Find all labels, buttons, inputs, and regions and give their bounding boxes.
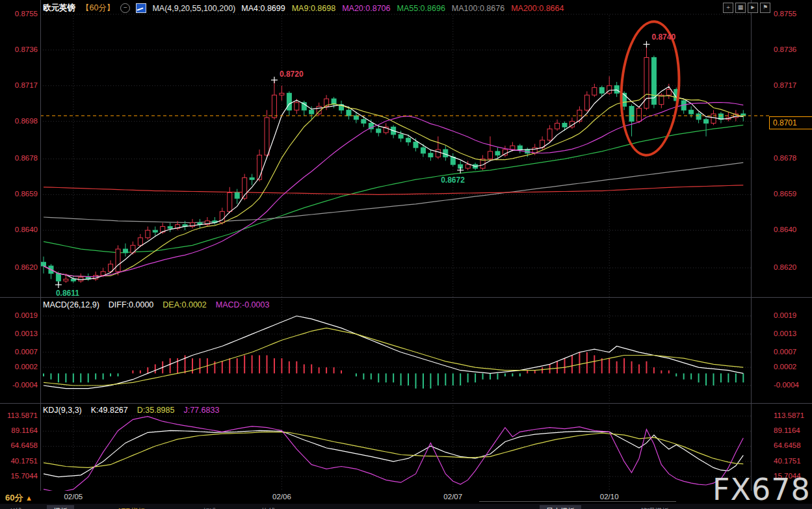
- candle-body: [428, 153, 433, 157]
- y-axis-label-right: 0.8640: [774, 226, 796, 233]
- candle-body: [704, 120, 709, 124]
- candle-body: [711, 114, 716, 123]
- series-line: [44, 185, 743, 194]
- kdj-axis-label-right: 64.6458: [774, 441, 801, 449]
- kdj-axis-label-right: 40.1751: [774, 457, 801, 465]
- y-axis-label-right: 0.8736: [774, 46, 796, 53]
- grid-chart-icon[interactable]: ▦: [735, 3, 746, 13]
- left-axis-border: [40, 0, 41, 504]
- chart-logo-icon[interactable]: [136, 3, 146, 13]
- y-axis-label-right: 0.8659: [774, 190, 796, 198]
- candle-body: [584, 95, 589, 110]
- bottom-tab-日内模板[interactable]: 日内模板: [540, 505, 581, 509]
- candle-body: [361, 120, 366, 124]
- macd-axis-label-right: 0.0007: [774, 348, 796, 356]
- play-chart-icon[interactable]: ►: [748, 3, 758, 13]
- candle-body: [228, 192, 232, 211]
- candle-body: [347, 110, 351, 116]
- candle-body: [488, 151, 493, 159]
- bottom-tab-模板[interactable]: 模板: [47, 505, 74, 509]
- symbol-label: 欧元英镑: [43, 3, 75, 14]
- candle-body: [399, 135, 403, 138]
- kdj-k-value: K:49.8267: [91, 406, 128, 415]
- y-axis-label-right: 0.8755: [774, 10, 796, 18]
- bottom-tab-均线[interactable]: 均线: [255, 505, 282, 509]
- y-axis-label-right: 0.8717: [774, 81, 796, 89]
- ma-params-label: MA(4,9,20,55,100,200): [152, 4, 235, 13]
- timeframe-corner[interactable]: 60分 ▲: [5, 492, 33, 504]
- candle-body: [138, 238, 142, 246]
- macd-axis-label-left: 0.0013: [1, 330, 38, 337]
- candle-body: [250, 177, 254, 179]
- bottom-tab-ATR指标[interactable]: ATR指标: [111, 505, 151, 509]
- series-line: [44, 163, 743, 223]
- kdj-axis-label-left: 113.5871: [1, 411, 38, 419]
- candle-body: [555, 124, 560, 129]
- up-arrow-icon: ▲: [25, 494, 33, 502]
- candle-body: [146, 230, 150, 238]
- candle-body: [689, 110, 694, 114]
- y-axis-label-left: 0.8736: [1, 46, 38, 53]
- candle-body: [599, 88, 604, 94]
- flag-icon[interactable]: ⚑: [760, 3, 770, 13]
- bottom-tab-K线[interactable]: K线: [4, 505, 29, 509]
- candle-body: [421, 148, 425, 153]
- y-axis-label-left: 0.8640: [1, 226, 38, 233]
- current-price-badge: 0.8701: [769, 116, 812, 129]
- ma-value-label: MA9:0.8698: [292, 4, 335, 13]
- candle-body: [465, 164, 470, 168]
- x-axis-row: [0, 491, 812, 504]
- macd-axis-label-right: 0.0002: [774, 363, 796, 371]
- candle-body: [592, 88, 597, 96]
- crosshair-icon[interactable]: ＋: [723, 3, 733, 13]
- candle-body: [153, 230, 157, 232]
- candle-body: [265, 118, 269, 155]
- candle-body: [562, 124, 567, 127]
- x-axis-date-label: 02/10: [600, 493, 619, 501]
- kdj-axis-label-left: 64.6458: [1, 441, 38, 449]
- y-axis-label-left: 0.8717: [1, 81, 38, 89]
- candle-body: [42, 262, 46, 266]
- timeframe-corner-label: 60分: [5, 493, 23, 502]
- price-annotation: 0.8672: [441, 176, 465, 185]
- fx678-watermark: FX678: [713, 472, 811, 507]
- macd-macd-value: MACD:-0.0003: [216, 300, 270, 309]
- price-chart-canvas: [0, 0, 812, 509]
- macd-diff-value: DIFF:0.0000: [109, 300, 153, 309]
- h-scrollbar[interactable]: [479, 501, 676, 502]
- candle-body: [436, 150, 440, 157]
- series-line: [44, 417, 743, 493]
- ma-value-label: MA100:0.8676: [452, 4, 504, 13]
- y-axis-label-left: 0.8678: [1, 154, 38, 162]
- macd-axis-label-right: 0.0013: [774, 330, 796, 337]
- macd-axis-label-left: 0.0019: [1, 311, 38, 319]
- x-axis-date-label: 02/06: [272, 493, 291, 501]
- macd-dea-value: DEA:0.0002: [163, 300, 206, 309]
- macd-header: MACD(26,12,9) DIFF:0.0000 DEA:0.0002 MAC…: [43, 300, 269, 309]
- y-axis-label-right: 0.8620: [774, 263, 796, 271]
- chart-header: 欧元英镑 【60分】 − MA(4,9,20,55,100,200) MA4:0…: [43, 3, 570, 14]
- candle-body: [451, 157, 455, 165]
- candle-body: [614, 86, 619, 94]
- collapse-icon[interactable]: −: [120, 3, 130, 13]
- macd-kdj-divider: [0, 403, 812, 404]
- ma-value-label: MA55:0.8696: [397, 4, 445, 13]
- bottom-tab-标准[interactable]: 标准: [196, 505, 224, 509]
- kdj-title: KDJ(9,3,3): [43, 406, 82, 415]
- ma-value-label: MA4:0.8699: [241, 4, 285, 13]
- bottom-tab-bar: K线模板ATR指标标准均线日内模板管理模板: [0, 504, 812, 509]
- candle-body: [220, 211, 224, 222]
- candle-body: [376, 129, 381, 133]
- chart-toolbar: ＋▦►⚑: [723, 3, 770, 13]
- bottom-tab-管理模板[interactable]: 管理模板: [634, 505, 675, 509]
- kdj-axis-label-left: 40.1751: [1, 457, 38, 465]
- kdj-axis-label-left: 15.7044: [1, 472, 38, 480]
- kdj-header: KDJ(9,3,3) K:49.8267 D:35.8985 J:77.6833: [43, 406, 219, 415]
- macd-title: MACD(26,12,9): [43, 300, 99, 309]
- x-axis-date-label: 02/07: [443, 493, 462, 501]
- kdj-axis-label-right: 113.5871: [774, 411, 804, 419]
- candle-body: [287, 93, 291, 110]
- series-line: [44, 432, 743, 467]
- macd-axis-label-left: 0.0002: [1, 363, 38, 371]
- kdj-axis-label-right: 89.1164: [774, 426, 800, 434]
